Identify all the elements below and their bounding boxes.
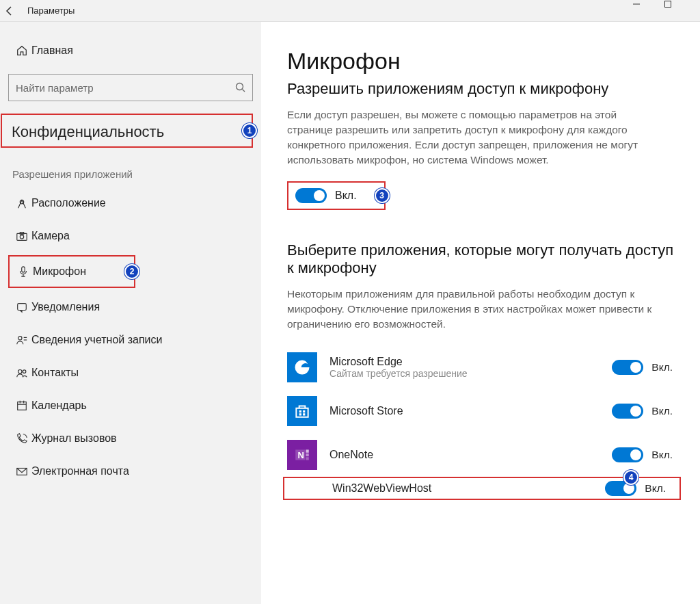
app-toggle-edge[interactable] (612, 360, 643, 375)
svg-rect-28 (306, 457, 308, 460)
app-toggle-store[interactable] (612, 404, 643, 419)
allow-apps-description: Если доступ разрешен, вы можете с помощь… (287, 107, 656, 168)
back-button[interactable] (4, 5, 23, 16)
annotation-badge-2: 2 (124, 264, 139, 279)
sidebar-item-label: Контакты (31, 367, 79, 379)
search-box[interactable] (8, 74, 253, 101)
sidebar-item-label: Камера (31, 230, 70, 242)
sidebar-item-label: Журнал вызовов (31, 432, 117, 445)
content-area: Главная Конфиденциальность 1 Разрешения … (0, 22, 700, 604)
svg-rect-27 (306, 454, 308, 456)
svg-rect-26 (306, 449, 308, 452)
microphone-icon (14, 265, 33, 278)
sidebar-item-microphone[interactable]: Микрофон 2 (8, 255, 135, 288)
main-panel: Микрофон Разрешить приложениям доступ к … (261, 22, 700, 604)
titlebar: Параметры (0, 0, 700, 22)
camera-icon (12, 230, 31, 242)
svg-rect-9 (18, 304, 27, 311)
sidebar-home[interactable]: Главная (0, 34, 261, 67)
window-title: Параметры (23, 5, 75, 16)
allow-apps-heading: Разрешить приложениям доступ к микрофону (287, 80, 681, 98)
svg-rect-20 (299, 410, 301, 412)
sidebar-item-contacts[interactable]: Контакты (0, 356, 261, 389)
sidebar-item-call-history[interactable]: Журнал вызовов (0, 422, 261, 455)
svg-point-10 (18, 337, 22, 340)
account-icon (12, 334, 31, 346)
sidebar-item-label: Расположение (31, 197, 106, 209)
app-name: Win32WebViewHost (332, 482, 605, 495)
sidebar-group-title: Разрешения приложений (0, 161, 261, 187)
call-history-icon (12, 432, 31, 445)
svg-rect-1 (665, 1, 671, 7)
edge-icon (287, 352, 317, 382)
annotation-badge-1: 1 (242, 123, 257, 138)
sidebar-item-calendar[interactable]: Календарь (0, 389, 261, 422)
category-label: Конфиденциальность (8, 116, 246, 145)
minimize-button[interactable] (633, 1, 664, 21)
settings-window: Параметры Главная (0, 0, 700, 604)
sidebar-item-label: Микрофон (33, 265, 86, 278)
svg-point-13 (18, 370, 22, 373)
store-icon (287, 396, 317, 426)
app-toggle-label: Вкл. (651, 449, 673, 461)
location-icon (12, 197, 31, 209)
annotation-badge-3: 3 (375, 188, 390, 203)
choose-apps-heading: Выберите приложения, которые могут получ… (287, 241, 681, 277)
sidebar-item-label: Электронная почта (31, 465, 129, 477)
app-row-edge: Microsoft Edge Сайтам требуется разрешен… (287, 345, 681, 389)
sidebar-item-camera[interactable]: Камера (0, 220, 261, 252)
app-toggle-onenote[interactable] (612, 447, 643, 462)
search-input[interactable] (8, 74, 253, 101)
maximize-button[interactable] (664, 1, 696, 21)
sidebar: Главная Конфиденциальность 1 Разрешения … (0, 22, 261, 604)
svg-point-6 (20, 235, 23, 239)
sidebar-item-label: Сведения учетной записи (31, 334, 162, 346)
allow-apps-toggle[interactable] (295, 188, 327, 203)
sidebar-item-label: Уведомления (31, 301, 100, 313)
app-toggle-label: Вкл. (651, 361, 673, 373)
sidebar-item-label: Календарь (31, 399, 87, 412)
allow-apps-toggle-label: Вкл. (335, 189, 357, 202)
sidebar-item-email[interactable]: Электронная почта (0, 455, 261, 488)
app-sub: Сайтам требуется разрешение (329, 368, 612, 379)
onenote-icon: N (287, 440, 317, 470)
choose-apps-description: Некоторым приложениям для правильной раб… (287, 287, 656, 332)
sidebar-item-account-info[interactable]: Сведения учетной записи (0, 324, 261, 356)
sidebar-category-privacy[interactable]: Конфиденциальность 1 (1, 114, 253, 148)
app-row-store: Microsoft Store Вкл. (287, 389, 681, 433)
sidebar-item-location[interactable]: Расположение (0, 187, 261, 220)
svg-rect-21 (303, 410, 305, 412)
app-row-onenote: N OneNote Вкл. (287, 433, 681, 477)
svg-text:N: N (298, 450, 304, 460)
allow-apps-toggle-row: Вкл. 3 (287, 181, 386, 210)
svg-line-3 (243, 90, 245, 92)
notifications-icon (12, 301, 31, 313)
page-title: Микрофон (287, 48, 681, 75)
home-icon (12, 44, 31, 57)
svg-rect-22 (299, 413, 301, 415)
app-row-win32webviewhost: Win32WebViewHost Вкл. 4 (283, 477, 681, 500)
svg-point-14 (23, 370, 26, 373)
email-icon (12, 465, 31, 477)
app-toggle-label: Вкл. (651, 405, 673, 417)
svg-point-2 (237, 83, 243, 90)
annotation-badge-4: 4 (623, 470, 638, 485)
app-name: Microsoft Store (329, 405, 612, 417)
app-name: Microsoft Edge (329, 356, 612, 368)
app-toggle-label: Вкл. (645, 482, 666, 495)
sidebar-home-label: Главная (31, 44, 73, 57)
contacts-icon (12, 367, 31, 379)
search-icon (235, 82, 246, 93)
svg-rect-8 (22, 267, 25, 272)
app-name: OneNote (329, 449, 612, 461)
app-list: Microsoft Edge Сайтам требуется разрешен… (287, 345, 681, 500)
svg-rect-23 (303, 413, 305, 415)
svg-rect-15 (18, 402, 27, 410)
sidebar-item-notifications[interactable]: Уведомления (0, 291, 261, 324)
calendar-icon (12, 399, 31, 412)
